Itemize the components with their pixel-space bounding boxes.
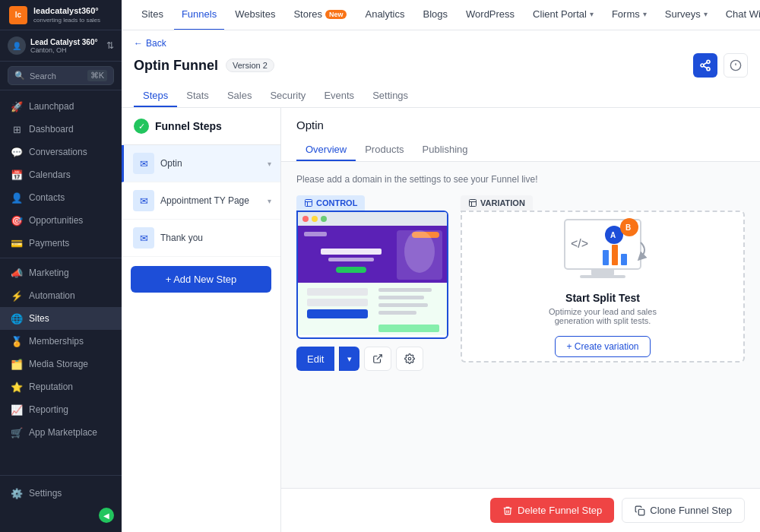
split-test-container: CONTROL [296, 195, 745, 371]
back-arrow-icon: ← [134, 38, 143, 49]
tab-surveys[interactable]: Surveys ▾ [657, 0, 715, 30]
edit-button[interactable]: Edit [296, 347, 334, 371]
sidebar-item-launchpad[interactable]: 🚀 Launchpad [0, 95, 122, 118]
sidebar-item-conversations[interactable]: 💬 Conversations [0, 141, 122, 163]
svg-line-4 [704, 62, 708, 65]
calendars-icon: 📅 [11, 169, 23, 181]
svg-rect-19 [336, 267, 366, 273]
step-item-optin[interactable]: ✉ Optin ▾ [122, 145, 280, 182]
svg-rect-18 [328, 258, 374, 261]
opportunities-icon: 🎯 [11, 214, 23, 226]
account-avatar: 👤 [8, 36, 26, 55]
page-tab-settings[interactable]: Settings [363, 85, 417, 107]
tab-funnels[interactable]: Funnels [174, 0, 224, 30]
funnel-detail-header: Optin Overview Products Publishing [281, 108, 760, 162]
svg-rect-28 [378, 303, 428, 307]
tab-wordpress[interactable]: WordPress [458, 0, 522, 30]
sidebar-item-payments[interactable]: 💳 Payments [0, 232, 122, 255]
tab-websites[interactable]: Websites [227, 0, 283, 30]
sidebar-item-memberships[interactable]: 🏅 Memberships [0, 330, 122, 353]
svg-rect-44 [621, 254, 627, 265]
tab-stores[interactable]: Stores New [286, 0, 354, 30]
sidebar-item-reputation[interactable]: ⭐ Reputation [0, 375, 122, 398]
page-tab-sales[interactable]: Sales [218, 85, 261, 107]
edit-dropdown-button[interactable]: ▾ [339, 347, 359, 371]
step-item-appointment-ty[interactable]: ✉ Appointment TY Page ▾ [122, 182, 280, 220]
payments-icon: 💳 [11, 237, 23, 249]
sidebar-item-reporting[interactable]: 📈 Reporting [0, 398, 122, 421]
svg-point-1 [701, 64, 704, 67]
sidebar-item-app-marketplace[interactable]: 🛒 App Marketplace [0, 421, 122, 444]
sidebar-item-label: Media Storage [29, 359, 88, 369]
account-switcher[interactable]: 👤 Lead Catalyst 360° Canton, OH ⇅ [0, 30, 122, 62]
control-preview [296, 211, 448, 339]
external-link-button[interactable] [364, 347, 391, 371]
search-icon: 🔍 [14, 71, 25, 81]
page-tab-stats[interactable]: Stats [177, 85, 218, 107]
detail-tab-overview[interactable]: Overview [296, 139, 356, 161]
svg-point-12 [312, 216, 318, 222]
logo-text: leadcatalyst360° converting leads to sal… [33, 6, 100, 23]
collapse-button[interactable]: ◀ [99, 508, 114, 523]
sidebar-item-dashboard[interactable]: ⊞ Dashboard [0, 118, 122, 141]
info-button[interactable] [724, 53, 748, 78]
top-nav-bar: Sites Funnels Websites Stores New Analyt… [122, 0, 760, 30]
page-tab-security[interactable]: Security [261, 85, 315, 107]
clone-label: Clone Funnel Step [650, 505, 732, 516]
automation-icon: ⚡ [11, 290, 23, 302]
page-title-row: Optin Funnel Version 2 [134, 53, 748, 78]
tab-blogs[interactable]: Blogs [416, 0, 456, 30]
sidebar-item-sites[interactable]: 🌐 Sites [0, 307, 122, 330]
add-step-button[interactable]: + Add New Step [131, 266, 271, 293]
svg-text:B: B [625, 223, 631, 232]
forms-chevron-icon: ▾ [643, 10, 647, 18]
create-variation-button[interactable]: + Create variation [555, 336, 650, 357]
sidebar-item-label: Reputation [29, 382, 73, 392]
split-test-title: Start Split Test [534, 292, 671, 304]
clone-funnel-step-button[interactable]: Clone Funnel Step [622, 498, 745, 523]
detail-tab-publishing[interactable]: Publishing [413, 139, 477, 161]
dashboard-icon: ⊞ [11, 123, 23, 135]
step-name: Thank you [160, 233, 203, 243]
step-name: Appointment TY Page [160, 195, 249, 206]
svg-point-0 [707, 60, 710, 63]
svg-rect-10 [298, 212, 447, 226]
delete-funnel-step-button[interactable]: Delete Funnel Step [490, 498, 614, 523]
tab-client-portal[interactable]: Client Portal ▾ [525, 0, 601, 30]
step-item-thank-you[interactable]: ✉ Thank you [122, 220, 280, 257]
sidebar-item-media-storage[interactable]: 🗂️ Media Storage [0, 353, 122, 375]
split-test-content: </> A B [534, 216, 671, 357]
edit-actions: Edit ▾ [296, 347, 448, 371]
search-box[interactable]: 🔍 Search ⌘K [8, 66, 114, 85]
sidebar-search-area: 🔍 Search ⌘K [0, 62, 122, 90]
funnel-detail: Optin Overview Products Publishing Pleas… [281, 108, 760, 532]
sidebar-item-marketing[interactable]: 📣 Marketing [0, 261, 122, 284]
page-tab-steps[interactable]: Steps [134, 85, 177, 107]
variation-box: </> A B [461, 211, 745, 363]
sidebar-item-calendars[interactable]: 📅 Calendars [0, 163, 122, 186]
page-tab-events[interactable]: Events [315, 85, 363, 107]
sidebar-item-label: Dashboard [29, 124, 74, 135]
control-panel: CONTROL [296, 195, 448, 371]
reporting-icon: 📈 [11, 404, 23, 416]
steps-title: Funnel Steps [155, 120, 222, 132]
tab-sites[interactable]: Sites [134, 0, 171, 30]
tab-analytics[interactable]: Analytics [357, 0, 412, 30]
step-settings-button[interactable] [396, 347, 423, 371]
sidebar-item-opportunities[interactable]: 🎯 Opportunities [0, 209, 122, 232]
sidebar-item-settings[interactable]: ⚙️ Settings [0, 482, 122, 505]
svg-rect-35 [591, 269, 614, 275]
sidebar-bottom: ⚙️ Settings ◀ [0, 475, 122, 532]
step-email-icon-3: ✉ [133, 227, 154, 249]
back-link[interactable]: ← Back [134, 38, 748, 49]
detail-tab-products[interactable]: Products [356, 139, 413, 161]
tab-chat-widget[interactable]: Chat Widget [718, 0, 760, 30]
tab-forms[interactable]: Forms ▾ [604, 0, 654, 30]
sidebar-logo: lc leadcatalyst360° converting leads to … [0, 0, 122, 30]
svg-rect-25 [307, 309, 368, 318]
split-test-info: Start Split Test Optimize your lead and … [534, 292, 671, 325]
sidebar-item-automation[interactable]: ⚡ Automation [0, 284, 122, 307]
sidebar-item-contacts[interactable]: 👤 Contacts [0, 186, 122, 209]
share-button[interactable] [693, 53, 717, 78]
page-title: Optin Funnel [134, 58, 218, 74]
